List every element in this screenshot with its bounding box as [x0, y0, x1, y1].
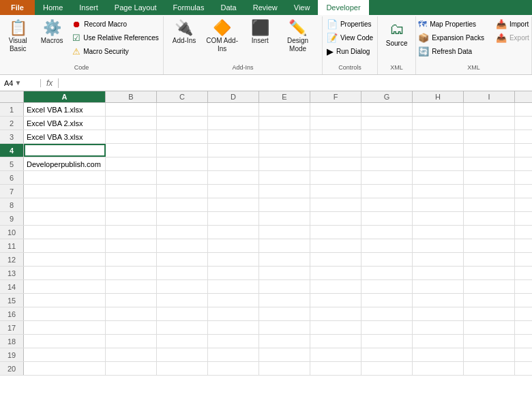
cell[interactable] [310, 253, 361, 266]
cell[interactable] [413, 198, 464, 211]
cell[interactable] [106, 198, 157, 211]
cell[interactable] [106, 185, 157, 198]
cell[interactable] [208, 239, 259, 252]
cell[interactable] [106, 130, 157, 143]
cell[interactable] [413, 348, 464, 361]
tab-insert[interactable]: Insert [71, 0, 106, 15]
cell[interactable] [208, 198, 259, 211]
cell[interactable] [413, 253, 464, 266]
cell[interactable] [464, 185, 515, 198]
cell[interactable] [361, 198, 413, 211]
cell[interactable] [464, 362, 515, 375]
cell[interactable] [208, 185, 259, 198]
file-tab[interactable]: File [0, 0, 35, 15]
cell[interactable] [310, 335, 361, 348]
cell[interactable] [464, 212, 515, 225]
col-header-A[interactable]: A [24, 91, 106, 102]
cell[interactable] [464, 307, 515, 320]
cell[interactable] [361, 171, 413, 184]
cell[interactable] [361, 103, 413, 116]
cell[interactable] [361, 280, 413, 293]
cell[interactable] [310, 185, 361, 198]
row-number[interactable]: 2 [0, 117, 24, 130]
cell[interactable] [413, 335, 464, 348]
record-macro-button[interactable]: ⏺ Record Macro [70, 18, 162, 31]
cell[interactable] [361, 321, 413, 334]
cell[interactable] [464, 253, 515, 266]
cell[interactable] [157, 157, 208, 170]
cell[interactable] [361, 117, 413, 130]
cell[interactable] [413, 294, 464, 307]
cell[interactable] [157, 253, 208, 266]
cell[interactable] [413, 117, 464, 130]
cell[interactable] [157, 144, 208, 157]
cell[interactable] [208, 294, 259, 307]
cell[interactable] [157, 239, 208, 252]
cell[interactable] [413, 362, 464, 375]
cell[interactable] [157, 280, 208, 293]
cell[interactable] [24, 348, 106, 361]
col-header-D[interactable]: D [208, 91, 259, 102]
cell[interactable] [464, 267, 515, 279]
cell[interactable] [413, 321, 464, 334]
properties-button[interactable]: 📄 Properties [324, 18, 376, 31]
cell[interactable] [413, 212, 464, 225]
row-number[interactable]: 14 [0, 280, 24, 293]
cell[interactable] [259, 198, 310, 211]
cell[interactable] [361, 226, 413, 239]
cell[interactable] [208, 103, 259, 116]
cell[interactable] [413, 226, 464, 239]
cell[interactable] [157, 307, 208, 320]
row-number[interactable]: 13 [0, 267, 24, 279]
cell[interactable] [24, 335, 106, 348]
cell[interactable] [157, 130, 208, 143]
cell[interactable] [413, 103, 464, 116]
cell[interactable] [106, 321, 157, 334]
cell[interactable] [208, 335, 259, 348]
row-number[interactable]: 3 [0, 130, 24, 143]
cell[interactable] [413, 130, 464, 143]
cell[interactable] [259, 103, 310, 116]
col-header-C[interactable]: C [157, 91, 208, 102]
cell[interactable] [157, 267, 208, 279]
cell[interactable] [413, 157, 464, 170]
cell[interactable] [310, 362, 361, 375]
cell[interactable] [310, 307, 361, 320]
col-header-E[interactable]: E [259, 91, 310, 102]
cell[interactable]: Excel VBA 3.xlsx [24, 130, 106, 143]
col-header-G[interactable]: G [361, 91, 413, 102]
cell[interactable] [464, 294, 515, 307]
cell[interactable] [208, 212, 259, 225]
cell[interactable] [464, 335, 515, 348]
cell[interactable] [208, 267, 259, 279]
cell[interactable] [208, 157, 259, 170]
cell[interactable] [157, 171, 208, 184]
export-button[interactable]: 📤 Export [493, 31, 532, 44]
cell[interactable] [106, 348, 157, 361]
cell[interactable] [310, 157, 361, 170]
cell[interactable]: Excel VBA 1.xlsx [24, 103, 106, 116]
cell[interactable] [157, 198, 208, 211]
cell[interactable] [361, 157, 413, 170]
cell[interactable] [361, 362, 413, 375]
cell[interactable] [208, 144, 259, 157]
cell[interactable] [208, 280, 259, 293]
cell[interactable] [24, 171, 106, 184]
cell[interactable] [464, 348, 515, 361]
cell[interactable] [106, 280, 157, 293]
cell[interactable] [361, 267, 413, 279]
cell[interactable] [208, 321, 259, 334]
row-number[interactable]: 4 [0, 144, 24, 157]
cell[interactable] [259, 335, 310, 348]
cell[interactable] [259, 185, 310, 198]
cell[interactable] [464, 157, 515, 170]
cell[interactable] [464, 117, 515, 130]
col-header-F[interactable]: F [310, 91, 361, 102]
map-properties-button[interactable]: 🗺 Map Properties [415, 18, 487, 31]
cell[interactable] [157, 362, 208, 375]
cell[interactable] [106, 294, 157, 307]
refresh-data-button[interactable]: 🔄 Refresh Data [415, 45, 487, 58]
cell[interactable] [157, 117, 208, 130]
expansion-packs-button[interactable]: 📦 Expansion Packs [415, 31, 487, 44]
tab-home[interactable]: Home [35, 0, 71, 15]
